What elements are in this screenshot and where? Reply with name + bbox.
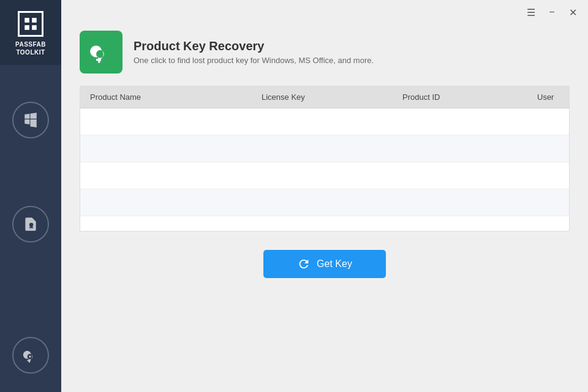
table-body bbox=[80, 108, 569, 231]
col-user: User bbox=[537, 92, 559, 102]
sidebar-item-windows[interactable] bbox=[12, 102, 49, 138]
content-area: Product Key Recovery One click to find l… bbox=[61, 24, 588, 392]
cell-product-id bbox=[402, 115, 537, 129]
col-product-id: Product ID bbox=[402, 92, 537, 102]
menu-button[interactable]: ☰ bbox=[522, 3, 540, 21]
minimize-icon: − bbox=[549, 7, 554, 18]
sidebar-nav bbox=[0, 65, 61, 243]
main-content: ☰ − ✕ Product Key Recovery One click to … bbox=[61, 0, 588, 392]
svg-point-4 bbox=[29, 225, 31, 227]
cell-product-name bbox=[90, 168, 262, 183]
cell-license-key bbox=[262, 168, 402, 183]
logo-svg bbox=[23, 16, 39, 32]
col-product-name: Product Name bbox=[90, 92, 262, 102]
svg-rect-2 bbox=[24, 25, 29, 30]
get-key-button[interactable]: Get Key bbox=[263, 250, 386, 278]
svg-rect-0 bbox=[24, 18, 29, 23]
cell-license-key bbox=[262, 195, 402, 209]
file-key-icon bbox=[23, 216, 39, 232]
logo-text: PASSFAB TOOLKIT bbox=[0, 40, 61, 56]
cell-user bbox=[537, 168, 559, 183]
svg-point-6 bbox=[99, 53, 102, 56]
cell-product-id bbox=[402, 195, 537, 209]
app-subtitle: One click to find lost product key for W… bbox=[134, 56, 374, 65]
app-header-text: Product Key Recovery One click to find l… bbox=[134, 39, 374, 65]
titlebar: ☰ − ✕ bbox=[61, 0, 588, 24]
app-icon bbox=[80, 31, 123, 74]
table-row bbox=[80, 189, 569, 216]
minimize-button[interactable]: − bbox=[543, 3, 561, 21]
app-header: Product Key Recovery One click to find l… bbox=[80, 31, 570, 74]
product-key-circle-icon bbox=[23, 347, 39, 363]
svg-point-5 bbox=[29, 356, 31, 358]
cell-license-key bbox=[262, 115, 402, 129]
table-wrapper: Product Name License Key Product ID User bbox=[80, 86, 570, 232]
sidebar: PASSFAB TOOLKIT bbox=[0, 0, 61, 392]
svg-rect-1 bbox=[32, 18, 37, 23]
col-license-key: License Key bbox=[262, 92, 402, 102]
menu-icon: ☰ bbox=[527, 7, 535, 18]
cell-user bbox=[537, 115, 559, 129]
table-header: Product Name License Key Product ID User bbox=[80, 86, 569, 108]
cell-product-name bbox=[90, 195, 262, 209]
app-title: Product Key Recovery bbox=[134, 39, 374, 53]
key-icon bbox=[89, 40, 113, 64]
table-row bbox=[80, 108, 569, 135]
get-key-label: Get Key bbox=[317, 258, 352, 270]
close-icon: ✕ bbox=[569, 7, 577, 18]
cell-product-name bbox=[90, 141, 262, 156]
svg-rect-3 bbox=[32, 25, 37, 30]
cell-user bbox=[537, 195, 559, 209]
windows-icon bbox=[23, 112, 39, 128]
refresh-icon bbox=[297, 257, 311, 271]
sidebar-logo: PASSFAB TOOLKIT bbox=[0, 0, 61, 65]
table-row bbox=[80, 135, 569, 162]
close-button[interactable]: ✕ bbox=[564, 3, 582, 21]
cell-user bbox=[537, 141, 559, 156]
cell-product-id bbox=[402, 141, 537, 156]
cell-license-key bbox=[262, 141, 402, 156]
cell-product-name bbox=[90, 115, 262, 129]
sidebar-item-file-key[interactable] bbox=[12, 206, 49, 243]
table-row bbox=[80, 162, 569, 189]
cell-product-id bbox=[402, 168, 537, 183]
logo-icon bbox=[18, 11, 43, 37]
bottom-area: Get Key bbox=[80, 250, 570, 278]
sidebar-item-product-key[interactable] bbox=[12, 337, 49, 374]
